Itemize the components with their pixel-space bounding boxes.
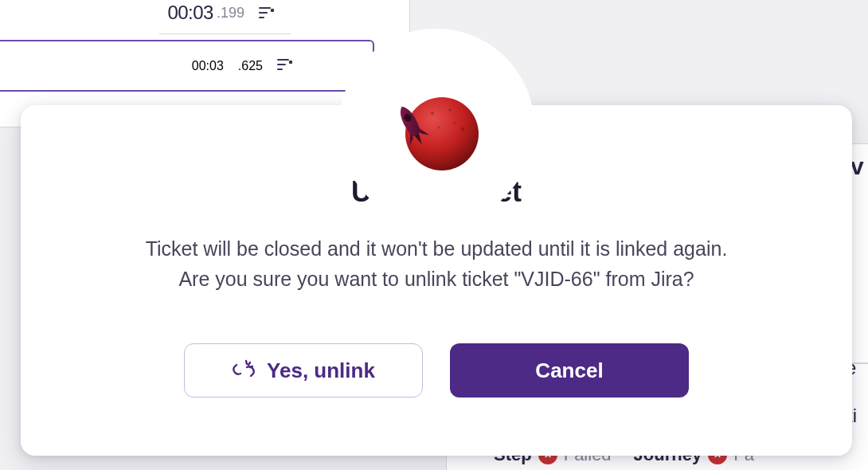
svg-point-9 bbox=[431, 112, 434, 115]
cancel-button[interactable]: Cancel bbox=[450, 343, 689, 398]
yes-unlink-button[interactable]: Yes, unlink bbox=[184, 343, 423, 398]
dialog-body: Ticket will be closed and it won't be up… bbox=[146, 234, 728, 294]
time-main: 00:03 bbox=[167, 2, 213, 24]
dialog-actions: Yes, unlink Cancel bbox=[184, 343, 689, 398]
selected-timing-row[interactable]: 00:03 .625 bbox=[0, 40, 374, 92]
svg-line-15 bbox=[246, 361, 247, 364]
svg-point-12 bbox=[437, 126, 440, 128]
filter-lines-icon bbox=[277, 57, 293, 75]
svg-point-7 bbox=[290, 61, 292, 63]
unlink-icon bbox=[232, 358, 256, 382]
unlink-ticket-dialog: Unlink ticket Ticket will be closed and … bbox=[21, 105, 852, 456]
dialog-body-line2: Are you sure you want to unlink ticket "… bbox=[146, 264, 728, 295]
svg-line-17 bbox=[250, 366, 252, 367]
svg-point-3 bbox=[272, 10, 274, 12]
time-fraction: .199 bbox=[217, 5, 244, 22]
rocket-planet-icon bbox=[393, 88, 480, 175]
svg-point-11 bbox=[461, 127, 464, 131]
svg-point-10 bbox=[448, 108, 452, 112]
dialog-body-line1: Ticket will be closed and it won't be up… bbox=[146, 234, 728, 264]
logo-badge bbox=[338, 29, 534, 225]
timing-row: 00:03 .199 bbox=[159, 2, 291, 34]
yes-unlink-label: Yes, unlink bbox=[267, 358, 375, 383]
svg-point-13 bbox=[453, 121, 456, 123]
filter-lines-icon bbox=[259, 6, 275, 20]
time-fraction: .625 bbox=[238, 59, 263, 73]
svg-line-16 bbox=[248, 362, 250, 365]
cancel-label: Cancel bbox=[535, 358, 603, 383]
partial-text: v bbox=[850, 153, 864, 180]
time-main: 00:03 bbox=[192, 59, 224, 73]
